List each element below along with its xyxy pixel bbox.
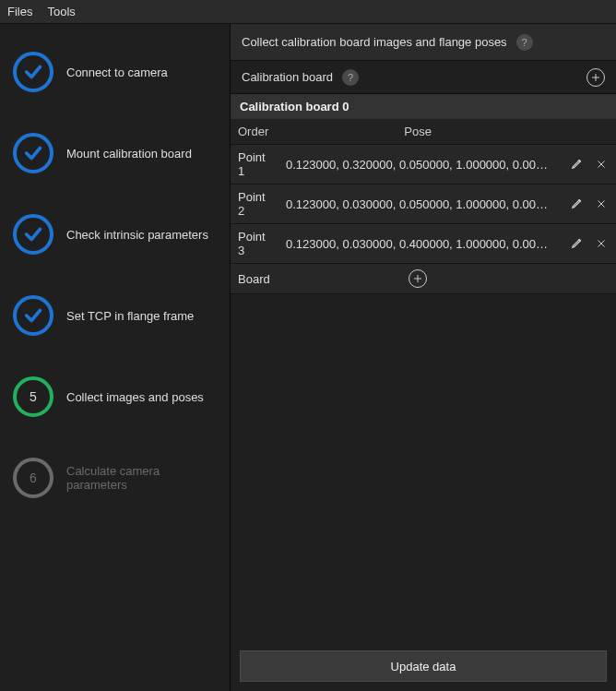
- add-board-icon[interactable]: [586, 68, 605, 87]
- step-label: Check intrinsic parameters: [66, 228, 208, 242]
- update-data-button[interactable]: Update data: [240, 650, 607, 682]
- col-order: Order: [231, 119, 278, 145]
- check-icon: [13, 214, 53, 255]
- step-label: Mount calibration board: [66, 147, 192, 161]
- step-label: Collect images and poses: [66, 390, 204, 404]
- add-point-cell: [278, 264, 557, 294]
- menu-files[interactable]: Files: [7, 5, 32, 18]
- delete-icon[interactable]: [594, 157, 609, 172]
- check-icon: [13, 133, 53, 173]
- cell-order: Point 3: [231, 224, 278, 264]
- step-number-icon: 6: [13, 458, 53, 498]
- delete-icon[interactable]: [594, 236, 609, 251]
- step-collect-images[interactable]: 5 Collect images and poses: [0, 371, 230, 423]
- step-number-icon: 5: [13, 376, 53, 417]
- board-add-row: Board: [231, 264, 616, 294]
- table-row: Point 2 0.123000, 0.030000, 0.050000, 1.…: [231, 185, 616, 224]
- cell-pose: 0.123000, 0.320000, 0.050000, 1.000000, …: [278, 145, 557, 185]
- step-connect-camera[interactable]: Connect to camera: [0, 46, 230, 98]
- step-mount-board[interactable]: Mount calibration board: [0, 127, 230, 179]
- menubar: Files Tools: [0, 0, 616, 24]
- edit-icon[interactable]: [570, 156, 585, 171]
- content: Collect calibration board images and fla…: [231, 24, 616, 691]
- col-actions: [557, 119, 616, 145]
- calibration-board-header: Calibration board ?: [231, 61, 616, 94]
- table-row: Point 3 0.123000, 0.030000, 0.400000, 1.…: [231, 224, 616, 264]
- table-row: Point 1 0.123000, 0.320000, 0.050000, 1.…: [231, 145, 616, 185]
- section-header: Collect calibration board images and fla…: [231, 24, 616, 61]
- cell-order: Point 1: [231, 145, 278, 185]
- section-title: Collect calibration board images and fla…: [242, 35, 507, 49]
- check-icon: [13, 52, 53, 92]
- cell-order: Board: [231, 264, 278, 294]
- step-check-intrinsics[interactable]: Check intrinsic parameters: [0, 208, 230, 260]
- calibration-board-label: Calibration board: [242, 70, 333, 84]
- table-header: Order Pose: [231, 119, 616, 145]
- step-label: Connect to camera: [66, 66, 168, 79]
- help-icon[interactable]: ?: [342, 69, 359, 86]
- step-set-tcp[interactable]: Set TCP in flange frame: [0, 290, 230, 341]
- main: Connect to camera Mount calibration boar…: [0, 24, 616, 691]
- points-table: Order Pose Point 1 0.123000, 0.320000, 0…: [231, 119, 616, 294]
- menu-tools[interactable]: Tools: [47, 5, 75, 18]
- help-icon[interactable]: ?: [516, 34, 533, 51]
- add-point-icon[interactable]: [409, 269, 427, 288]
- col-pose: Pose: [278, 119, 557, 145]
- step-label: Set TCP in flange frame: [66, 309, 194, 323]
- check-icon: [13, 295, 53, 336]
- edit-icon[interactable]: [570, 196, 585, 210]
- cell-order: Point 2: [231, 185, 278, 224]
- cell-pose: 0.123000, 0.030000, 0.050000, 1.000000, …: [278, 185, 557, 224]
- step-label: Calculate camera parameters: [66, 464, 217, 492]
- content-body: Calibration board 0 Order Pose Point 1 0…: [231, 94, 616, 641]
- delete-icon[interactable]: [594, 197, 609, 211]
- edit-icon[interactable]: [570, 235, 585, 250]
- step-calc-params[interactable]: 6 Calculate camera parameters: [0, 452, 230, 504]
- board-title: Calibration board 0: [231, 94, 616, 119]
- cell-pose: 0.123000, 0.030000, 0.400000, 1.000000, …: [278, 224, 557, 264]
- sidebar: Connect to camera Mount calibration boar…: [0, 24, 231, 691]
- footer: Update data: [231, 641, 616, 691]
